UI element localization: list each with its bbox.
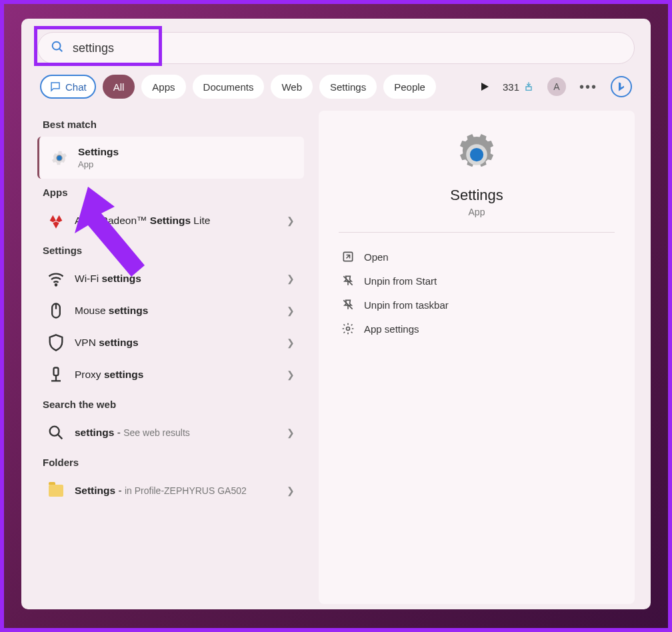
svg-point-0 xyxy=(53,42,61,50)
unpin-icon xyxy=(341,274,355,287)
amd-icon xyxy=(47,211,65,230)
chevron-right-icon: ❯ xyxy=(287,305,295,316)
chat-chip[interactable]: Chat xyxy=(40,75,96,99)
apps-chip[interactable]: Apps xyxy=(141,75,185,99)
action-open[interactable]: Open xyxy=(339,245,615,269)
folders-header: Folders xyxy=(37,449,304,475)
result-wifi-settings[interactable]: Wi-Fi settings ❯ xyxy=(37,263,304,295)
gear-icon xyxy=(341,322,355,335)
svg-point-3 xyxy=(57,155,62,160)
filter-row: Chat All Apps Documents Web Settings Peo… xyxy=(37,75,635,99)
action-label: Open xyxy=(364,251,389,263)
action-app-settings[interactable]: App settings xyxy=(339,317,615,341)
svg-point-10 xyxy=(50,427,59,436)
search-icon xyxy=(50,39,65,57)
result-subtitle: App xyxy=(78,159,295,169)
chevron-right-icon: ❯ xyxy=(287,485,295,496)
action-unpin-start[interactable]: Unpin from Start xyxy=(339,269,615,293)
action-unpin-taskbar[interactable]: Unpin from taskbar xyxy=(339,293,615,317)
result-mouse-settings[interactable]: Mouse settings ❯ xyxy=(37,295,304,327)
more-icon[interactable]: ••• xyxy=(579,79,597,95)
search-input[interactable] xyxy=(71,41,622,56)
unpin-icon xyxy=(341,298,355,311)
documents-chip[interactable]: Documents xyxy=(193,75,265,99)
chevron-right-icon: ❯ xyxy=(287,215,295,226)
result-folder-settings[interactable]: Settings - in Profile-ZEPHYRUS GA502 ❯ xyxy=(37,475,304,507)
open-icon xyxy=(341,250,355,263)
svg-point-13 xyxy=(470,148,483,161)
result-title: Settings xyxy=(78,146,295,158)
svg-rect-7 xyxy=(54,368,59,376)
action-label: App settings xyxy=(364,323,419,335)
gear-icon xyxy=(453,131,501,179)
result-web-settings[interactable]: settings - See web results ❯ xyxy=(37,417,304,449)
chevron-right-icon: ❯ xyxy=(287,369,295,380)
preview-title: Settings xyxy=(450,187,503,204)
wifi-icon xyxy=(47,269,65,288)
result-proxy-settings[interactable]: Proxy settings ❯ xyxy=(37,359,304,391)
svg-point-4 xyxy=(55,284,57,285)
all-chip[interactable]: All xyxy=(103,75,135,99)
folder-icon xyxy=(47,481,65,500)
search-icon xyxy=(47,423,65,442)
apps-header: Apps xyxy=(37,179,304,205)
search-panel: Chat All Apps Documents Web Settings Peo… xyxy=(21,19,651,609)
settings-header: Settings xyxy=(37,237,304,263)
gear-icon xyxy=(50,149,69,167)
result-title: Proxy settings xyxy=(75,369,143,380)
chevron-right-icon: ❯ xyxy=(287,273,295,284)
result-title: AMD Radeon™ Settings Lite xyxy=(75,215,210,226)
results-column: Best match Settings App Apps AMD Radeon™… xyxy=(37,111,304,604)
action-label: Unpin from Start xyxy=(364,275,437,287)
chevron-right-icon: ❯ xyxy=(287,337,295,348)
svg-point-17 xyxy=(347,327,350,331)
result-title: Mouse settings xyxy=(75,305,148,316)
settings-chip[interactable]: Settings xyxy=(319,75,377,99)
preview-pane: Settings App Open Unpin from Start Unpin… xyxy=(319,111,635,604)
best-match-header: Best match xyxy=(37,111,304,137)
search-bar[interactable] xyxy=(37,32,635,64)
play-icon[interactable] xyxy=(480,82,489,91)
svg-line-11 xyxy=(58,435,62,439)
svg-line-1 xyxy=(59,49,62,51)
rewards-points[interactable]: 331 xyxy=(503,81,534,93)
preview-subtitle: App xyxy=(469,207,485,217)
result-title: Wi-Fi settings xyxy=(75,273,141,284)
result-title: Settings - in Profile-ZEPHYRUS GA502 xyxy=(75,485,247,496)
mouse-icon xyxy=(47,301,65,320)
result-amd-radeon-settings[interactable]: AMD Radeon™ Settings Lite ❯ xyxy=(37,205,304,237)
proxy-icon xyxy=(47,365,65,384)
web-chip[interactable]: Web xyxy=(271,75,313,99)
avatar[interactable]: A xyxy=(547,77,566,96)
result-title: VPN settings xyxy=(75,337,139,348)
web-header: Search the web xyxy=(37,391,304,417)
result-title: settings - See web results xyxy=(75,427,190,438)
action-label: Unpin from taskbar xyxy=(364,299,449,311)
bing-chat-icon[interactable] xyxy=(611,76,632,97)
result-vpn-settings[interactable]: VPN settings ❯ xyxy=(37,327,304,359)
chat-label: Chat xyxy=(65,81,87,93)
svg-marker-2 xyxy=(481,83,489,91)
shield-icon xyxy=(47,333,65,352)
people-chip[interactable]: People xyxy=(383,75,436,99)
chevron-right-icon: ❯ xyxy=(287,427,295,438)
best-match-settings[interactable]: Settings App xyxy=(37,137,304,179)
